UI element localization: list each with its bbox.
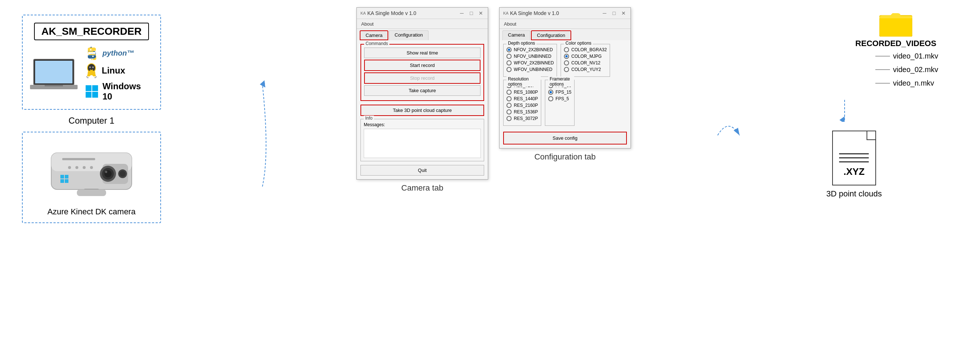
color-mjpg: COLOR_MJPG (564, 54, 607, 59)
ka-logo-text2: KA (503, 11, 509, 15)
point-cloud-button[interactable]: Take 3D point cloud capture (360, 105, 484, 116)
file-tree: video_01.mkv video_02.mkv video_n.mkv (875, 52, 938, 92)
depth-nfov-ub: NFOV_UNBINNED (506, 54, 554, 59)
folder-icon (879, 11, 912, 36)
config-window-controls[interactable]: ─ □ ✕ (601, 10, 627, 16)
radio-bgra32[interactable] (564, 47, 569, 52)
tab-configuration-2[interactable]: Configuration (531, 30, 571, 40)
radio-nv12[interactable] (564, 60, 569, 65)
right-arrow-svg (714, 81, 743, 190)
right-section: RECORDED_VIDEOS video_01.mkv video_02.mk… (826, 7, 966, 198)
tab-camera-2[interactable]: Camera (503, 30, 530, 40)
framerate-options-label: Framerate options (548, 76, 574, 87)
svg-rect-14 (86, 92, 91, 98)
radio-fps15[interactable] (548, 90, 553, 95)
show-realtime-button[interactable]: Show real time (364, 48, 480, 58)
info-group-label: Info (364, 116, 374, 121)
svg-point-26 (68, 166, 71, 169)
svg-rect-35 (77, 189, 106, 196)
maximize-button-2[interactable]: □ (611, 10, 617, 16)
radio-wfov-ub[interactable] (506, 67, 512, 72)
take-capture-button[interactable]: Take capture (364, 85, 480, 96)
close-button-2[interactable]: ✕ (620, 10, 627, 16)
file-item-2: video_02.mkv (875, 65, 938, 74)
color-options-label: Color options (564, 41, 593, 46)
kinect-camera-icon (40, 138, 143, 204)
svg-point-22 (105, 171, 107, 173)
right-arrow-section (714, 7, 743, 190)
xyz-label: .XYZ (843, 166, 865, 178)
stop-record-button[interactable]: Stop record (364, 72, 480, 84)
about-menu-item-2[interactable]: About (500, 21, 521, 27)
minimize-button-2[interactable]: ─ (601, 10, 608, 16)
fps-5: FPS_5 (548, 96, 571, 101)
start-record-button[interactable]: Start record (364, 60, 480, 71)
svg-rect-32 (65, 175, 68, 179)
linux-row: Linux (85, 63, 153, 78)
config-tab-label: Configuration tab (534, 152, 596, 162)
windows-icon (85, 84, 99, 98)
color-options-group: Color options COLOR_BGRA32 COLOR_MJPG (561, 44, 610, 77)
laptop-icon (30, 57, 78, 90)
file-line-1 (875, 56, 890, 56)
res-1536p: RES_1536P (506, 109, 538, 114)
svg-rect-15 (92, 92, 98, 98)
about-menu-item[interactable]: About (357, 21, 378, 27)
depth-options-label: Depth options (506, 41, 536, 46)
radio-nfov-ub[interactable] (506, 54, 512, 59)
computer-box: AK_SM_RECORDER (22, 14, 161, 110)
config-window-box: KA KA Single Mode v 1.0 ─ □ ✕ About (499, 7, 631, 193)
radio-2160p[interactable] (506, 103, 512, 108)
color-bgra32: COLOR_BGRA32 (564, 47, 607, 52)
res-1440p: RES_1440P (506, 96, 538, 101)
radio-1536p[interactable] (506, 109, 512, 114)
camera-tabs: Camera Configuration (357, 29, 488, 40)
messages-area (364, 129, 481, 158)
radio-1440p[interactable] (506, 96, 512, 101)
tab-camera[interactable]: Camera (360, 30, 388, 40)
svg-point-28 (83, 166, 86, 169)
svg-rect-39 (879, 15, 912, 36)
top-options-row: Depth options NFOV_2X2BINNED NFOV_UNBINN… (503, 44, 627, 80)
os-block: python™ (85, 46, 153, 102)
tab-configuration[interactable]: Configuration (389, 30, 428, 40)
radio-nfov2x2[interactable] (506, 47, 512, 52)
save-config-button[interactable]: Save config (503, 132, 627, 144)
res-3072p: RES_3072P (506, 116, 538, 121)
camera-window-controls[interactable]: ─ □ ✕ (458, 10, 484, 16)
fps-15: FPS_15 (548, 90, 571, 95)
ka-logo-text: KA (360, 11, 366, 15)
minimize-button[interactable]: ─ (458, 10, 465, 16)
maximize-button[interactable]: □ (468, 10, 475, 16)
computer-label: Computer 1 (68, 116, 114, 126)
file-item-1: video_01.mkv (875, 52, 938, 60)
camera-menu: About (357, 19, 488, 29)
quit-button[interactable]: Quit (360, 165, 484, 176)
doc-icon: .XYZ (832, 130, 876, 186)
radio-wfov2x2[interactable] (506, 60, 512, 65)
res-1080p: RES_1080P (506, 90, 538, 95)
radio-yuy2[interactable] (564, 67, 569, 72)
windows-label: Windows 10 (102, 81, 153, 102)
file-line-3 (875, 83, 890, 83)
svg-rect-13 (92, 85, 98, 91)
file-name-2: video_02.mkv (893, 65, 938, 74)
radio-3072p[interactable] (506, 116, 512, 121)
svg-point-24 (120, 171, 126, 177)
depth-wfov2x2: WFOV_2X2BINNED (506, 60, 554, 65)
windows-section: KA KA Single Mode v 1.0 ─ □ ✕ About (356, 7, 631, 193)
python-icon (85, 46, 99, 60)
windows-row: KA KA Single Mode v 1.0 ─ □ ✕ About (356, 7, 631, 193)
close-button[interactable]: ✕ (477, 10, 484, 16)
config-tabs: Camera Configuration (500, 29, 630, 40)
radio-1080p[interactable] (506, 90, 512, 95)
radio-mjpg[interactable] (564, 54, 569, 59)
radio-fps5[interactable] (548, 96, 553, 101)
down-arrow-svg (837, 100, 852, 122)
svg-rect-34 (65, 179, 68, 183)
resolution-options-group: Resolution options RES_720P RES_1080P (503, 80, 541, 126)
resolution-options-label: Resolution options (506, 76, 541, 87)
camera-window: KA KA Single Mode v 1.0 ─ □ ✕ About (356, 7, 488, 179)
arrow-left-section (251, 7, 274, 190)
svg-rect-33 (60, 179, 64, 183)
